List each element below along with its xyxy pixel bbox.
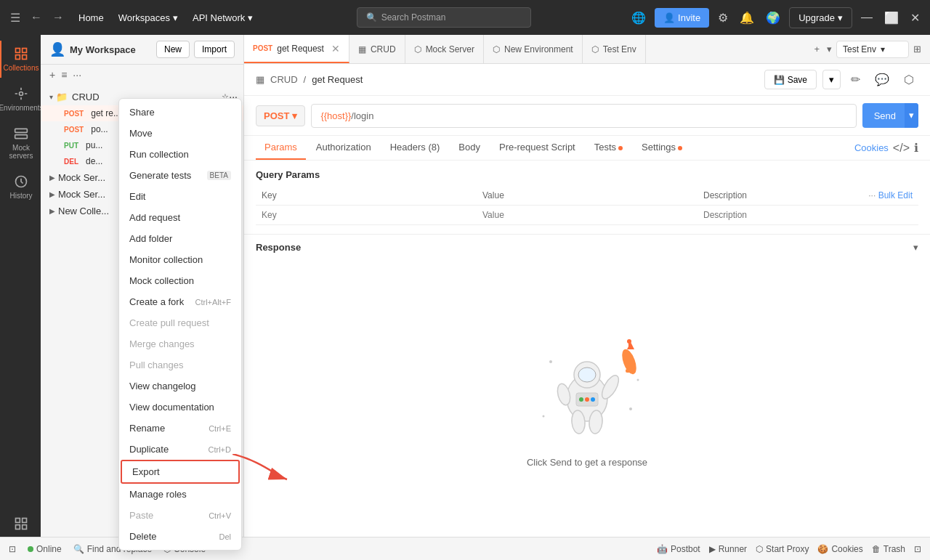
online-status[interactable]: Online [28, 544, 62, 554]
svg-rect-2 [16, 55, 20, 60]
edit-icon-button[interactable]: ✏ [846, 70, 865, 89]
tab-new-environment[interactable]: ⬡ New Environment [484, 35, 583, 63]
menu-item-share[interactable]: Share [119, 102, 241, 123]
req-tab-tests[interactable]: Tests [586, 136, 631, 160]
sidebar-item-history[interactable]: History [0, 169, 41, 206]
history-label: History [9, 192, 32, 200]
menu-item-manage-roles[interactable]: Manage roles [119, 484, 241, 505]
sidebar-item-flows[interactable] [0, 511, 41, 537]
hamburger-icon[interactable]: ☰ [7, 8, 23, 28]
menu-item-monitor[interactable]: Monitor collection [119, 249, 241, 270]
menu-item-add-folder[interactable]: Add folder [119, 228, 241, 249]
params-more-icon[interactable]: ··· [868, 190, 876, 200]
menu-item-generate-tests[interactable]: Generate tests BETA [119, 165, 241, 186]
comment-icon-button[interactable]: 💬 [870, 70, 894, 89]
menu-item-add-request[interactable]: Add request [119, 207, 241, 228]
menu-item-delete[interactable]: Delete Del [119, 526, 241, 537]
tab-test-env[interactable]: ⬡ Test Env [583, 35, 646, 63]
api-network-dropdown[interactable]: API Network ▾ [187, 9, 259, 26]
menu-item-rename[interactable]: Rename Ctrl+E [119, 418, 241, 439]
new-button[interactable]: New [156, 41, 190, 58]
expand-icon[interactable]: ⊡ [914, 544, 921, 554]
filter-icon[interactable]: ≡ [61, 69, 67, 81]
col-value: Value [477, 186, 698, 206]
topbar-nav: Home Workspaces ▾ API Network ▾ [73, 9, 259, 26]
search-box[interactable]: 🔍 Search Postman [357, 7, 531, 28]
cookies-item[interactable]: 🍪 Cookies [817, 544, 862, 554]
share-icon-button[interactable]: ⬡ [899, 70, 918, 89]
crud-chevron-icon: ▾ [49, 93, 53, 101]
cookies-label: Cookies [831, 544, 862, 554]
bulk-edit-button[interactable]: Bulk Edit [878, 190, 913, 200]
save-button[interactable]: 💾 Save [764, 70, 817, 89]
response-toggle-icon[interactable]: ▾ [913, 242, 918, 253]
req-tab-headers[interactable]: Headers (8) [381, 136, 449, 160]
menu-item-duplicate[interactable]: Duplicate Ctrl+D [119, 439, 241, 460]
menu-item-edit[interactable]: Edit [119, 186, 241, 207]
sidebar-item-mock-servers[interactable]: Mock servers [0, 121, 41, 166]
menu-item-mock[interactable]: Mock collection [119, 270, 241, 291]
tab-env-icon: ⬡ [493, 44, 500, 54]
env-settings-icon[interactable]: ⊞ [910, 44, 924, 54]
more-options-icon[interactable]: ··· [73, 69, 81, 81]
layout-icon-item[interactable]: ⊡ [9, 544, 16, 554]
tab-close-icon[interactable]: ✕ [331, 43, 340, 54]
upgrade-button[interactable]: Upgrade ▾ [789, 7, 852, 28]
svg-rect-10 [16, 525, 20, 529]
minimize-icon[interactable]: — [858, 8, 876, 27]
tab-crud-icon: ▦ [358, 44, 366, 54]
add-collection-icon[interactable]: + [49, 69, 55, 81]
forward-icon[interactable]: → [49, 8, 67, 27]
maximize-icon[interactable]: ⬜ [881, 8, 902, 28]
back-icon[interactable]: ← [28, 8, 45, 27]
send-chevron-icon: ▾ [905, 103, 918, 128]
send-button[interactable]: Send ▾ [862, 103, 918, 128]
code-button[interactable]: </> [893, 142, 910, 155]
start-proxy-item[interactable]: ⬡ Start Proxy [756, 544, 809, 554]
req-tab-body[interactable]: Body [450, 136, 489, 160]
menu-item-export[interactable]: Export [121, 460, 240, 484]
req-tab-authorization[interactable]: Authorization [307, 136, 380, 160]
menu-item-run-collection[interactable]: Run collection [119, 144, 241, 165]
api-chevron-icon: ▾ [248, 12, 253, 23]
menu-item-docs[interactable]: View documentation [119, 397, 241, 418]
env-selector[interactable]: Test Env ▾ [836, 41, 909, 58]
req-tab-settings[interactable]: Settings [633, 136, 691, 160]
user-avatar[interactable]: 🌍 [763, 8, 783, 28]
workspaces-chevron-icon: ▾ [173, 12, 178, 23]
postbot-item[interactable]: 🤖 Postbot [657, 544, 700, 554]
tab-post-get-request[interactable]: POST get Request ✕ [244, 35, 349, 63]
save-dropdown-button[interactable]: ▾ [822, 70, 841, 89]
sidebar-item-collections[interactable]: Collections [0, 41, 41, 78]
notifications-icon[interactable]: 🔔 [737, 8, 757, 28]
invite-button[interactable]: 👤 Invite [655, 8, 709, 28]
runner-item[interactable]: ▶ Runner [709, 544, 747, 554]
url-input[interactable]: {{host}}/login [311, 104, 856, 128]
req-tab-pre-request[interactable]: Pre-request Script [490, 136, 584, 160]
menu-item-changelog[interactable]: View changelog [119, 376, 241, 397]
menu-item-fork[interactable]: Create a fork Ctrl+Alt+F [119, 291, 241, 312]
close-icon[interactable]: ✕ [907, 8, 923, 28]
import-button[interactable]: Import [194, 41, 235, 58]
info-button[interactable]: ℹ [914, 141, 918, 155]
menu-item-move[interactable]: Move [119, 123, 241, 144]
postbot-icon: 🤖 [657, 544, 668, 554]
method-select[interactable]: POST ▾ [256, 105, 305, 126]
workspaces-dropdown[interactable]: Workspaces ▾ [113, 9, 184, 26]
tab-mock-server[interactable]: ⬡ Mock Server [405, 35, 484, 63]
start-proxy-label: Start Proxy [766, 544, 809, 554]
home-link[interactable]: Home [73, 9, 110, 26]
param-value-input[interactable] [482, 210, 692, 220]
response-header[interactable]: Response ▾ [244, 235, 930, 260]
sidebar-item-environments[interactable]: Environments [0, 81, 41, 118]
add-tab-icon[interactable]: + [811, 44, 822, 54]
req-tab-params[interactable]: Params [256, 136, 306, 160]
tab-mock-icon: ⬡ [414, 44, 421, 54]
trash-item[interactable]: 🗑 Trash [872, 544, 905, 554]
cookies-button[interactable]: Cookies [854, 142, 889, 153]
param-key-input[interactable] [262, 210, 471, 220]
tabs-chevron-icon[interactable]: ▾ [824, 44, 835, 54]
settings-icon[interactable]: ⚙ [715, 8, 731, 28]
param-desc-input[interactable] [703, 210, 913, 220]
tab-crud[interactable]: ▦ CRUD [349, 35, 405, 63]
